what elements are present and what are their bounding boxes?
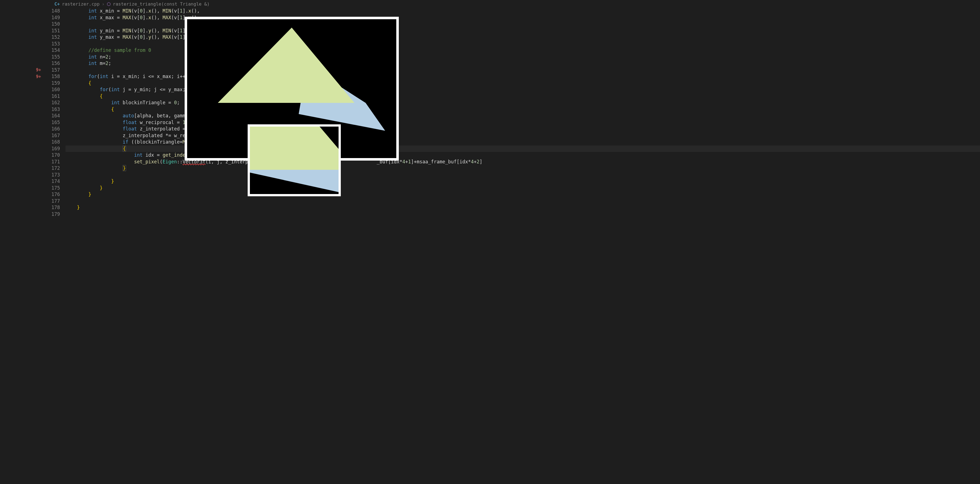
- gutter-annotation[interactable]: 9+: [36, 67, 41, 73]
- line-number[interactable]: 171: [49, 159, 65, 165]
- line-number[interactable]: 172: [49, 165, 65, 172]
- triangle-green: [218, 28, 355, 103]
- line-number[interactable]: 175: [49, 185, 65, 192]
- line-number[interactable]: 153: [49, 41, 65, 48]
- line-number[interactable]: 165: [49, 119, 65, 126]
- line-number[interactable]: 161: [49, 93, 65, 100]
- line-number[interactable]: 148: [49, 8, 65, 14]
- line-number[interactable]: 150: [49, 21, 65, 28]
- line-number[interactable]: 167: [49, 132, 65, 139]
- triangle-green-zoom: [250, 127, 339, 170]
- breadcrumb-file[interactable]: rasterizer.cpp: [62, 2, 100, 7]
- code-line[interactable]: [65, 211, 980, 218]
- line-number[interactable]: 160: [49, 86, 65, 93]
- code-line[interactable]: }: [65, 185, 980, 192]
- line-number[interactable]: 164: [49, 113, 65, 119]
- line-number[interactable]: 177: [49, 198, 65, 205]
- line-number[interactable]: 162: [49, 100, 65, 106]
- code-line[interactable]: int x_min = MIN(v[0].x(), MIN(v[1].x(),: [65, 8, 980, 14]
- line-number[interactable]: 152: [49, 34, 65, 41]
- editor-root: C+ rasterizer.cpp › ⬡ rasterize_triangle…: [0, 0, 980, 484]
- gutter-annotation[interactable]: 9+: [36, 74, 41, 79]
- line-number[interactable]: 149: [49, 14, 65, 21]
- line-number[interactable]: 170: [49, 152, 65, 159]
- line-number[interactable]: 156: [49, 60, 65, 67]
- code-line[interactable]: }: [65, 178, 980, 185]
- line-number[interactable]: 151: [49, 28, 65, 34]
- line-number[interactable]: 154: [49, 47, 65, 54]
- triangles-zoom-icon: [250, 127, 339, 194]
- line-number[interactable]: 168: [49, 139, 65, 146]
- line-number[interactable]: 157: [49, 67, 65, 74]
- line-number[interactable]: 179: [49, 211, 65, 218]
- line-number[interactable]: 176: [49, 191, 65, 198]
- code-line[interactable]: }: [65, 191, 980, 198]
- line-number[interactable]: 155: [49, 54, 65, 60]
- code-line[interactable]: }: [65, 205, 980, 211]
- code-line[interactable]: }: [65, 165, 980, 172]
- code-line[interactable]: [65, 172, 980, 178]
- line-number[interactable]: 166: [49, 126, 65, 132]
- line-number[interactable]: 174: [49, 178, 65, 185]
- chevron-right-icon: ›: [102, 2, 105, 7]
- line-number[interactable]: 178: [49, 205, 65, 211]
- code-line[interactable]: [65, 198, 980, 205]
- symbol-method-icon: ⬡: [107, 2, 111, 7]
- line-number[interactable]: 163: [49, 106, 65, 113]
- cpp-file-icon: C+: [54, 2, 60, 7]
- line-numbers: 148 149 150 151 152 153 154 155 156 157 …: [49, 8, 65, 484]
- line-number[interactable]: 173: [49, 172, 65, 178]
- line-number[interactable]: 159: [49, 80, 65, 87]
- breadcrumb[interactable]: C+ rasterizer.cpp › ⬡ rasterize_triangle…: [0, 0, 980, 8]
- breadcrumb-symbol[interactable]: rasterize_triangle(const Triangle &): [113, 2, 210, 7]
- gutter: 9+ 9+: [0, 8, 49, 484]
- line-number[interactable]: 169: [49, 146, 65, 152]
- line-number[interactable]: 158: [49, 73, 65, 80]
- render-output-small: [248, 124, 341, 196]
- editor-main: 9+ 9+ 148 149 150 151 152 153 154 155 15…: [0, 8, 980, 484]
